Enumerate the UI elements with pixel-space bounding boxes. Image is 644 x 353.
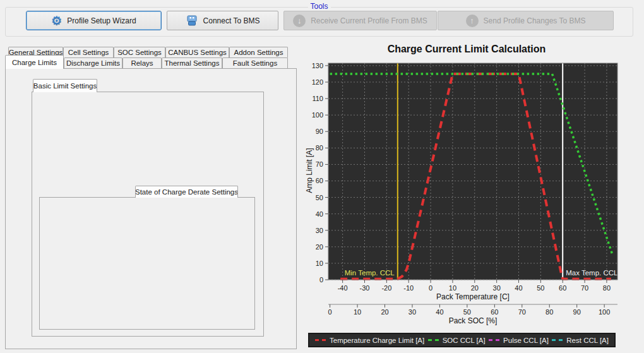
legend-dash-icon (428, 339, 439, 341)
send-profile-button[interactable]: ↑ Send Profile Changes To BMS (438, 11, 614, 30)
svg-text:70: 70 (581, 284, 588, 292)
tab-soc-settings[interactable]: SOC Settings (114, 47, 165, 57)
legend-item: SOC CCL [A] (428, 337, 486, 344)
svg-text:130: 130 (312, 62, 323, 69)
soc-derate-settings-page (39, 197, 255, 330)
soc-axis-label: Pack SOC [%] (328, 316, 617, 325)
legend-dash-icon (315, 339, 326, 341)
legend-label: SOC CCL [A] (443, 337, 486, 344)
legend-label: Pulse CCL [A] (503, 337, 549, 344)
svg-text:100: 100 (599, 308, 610, 316)
legend-item: Temperature Charge Limit [A] (315, 337, 424, 344)
svg-text:0: 0 (328, 308, 332, 316)
svg-text:Min Temp. CCL: Min Temp. CCL (345, 269, 395, 277)
svg-text:30: 30 (493, 284, 501, 292)
legend-label: Rest CCL [A] (566, 337, 609, 344)
receive-profile-label: Receive Current Profile From BMS (311, 16, 427, 25)
tab-discharge-limits[interactable]: Discharge Limits (64, 57, 122, 68)
send-profile-label: Send Profile Changes To BMS (484, 16, 586, 25)
svg-text:20: 20 (471, 284, 479, 292)
tab-cell-settings[interactable]: Cell Settings (63, 47, 114, 57)
svg-text:20: 20 (316, 243, 323, 251)
tab-basic-limit-settings[interactable]: Basic Limit Settings (33, 79, 97, 92)
svg-text:-30: -30 (360, 284, 370, 292)
svg-text:50: 50 (316, 194, 323, 201)
svg-text:-40: -40 (338, 284, 348, 292)
svg-text:80: 80 (546, 308, 553, 316)
svg-text:100: 100 (312, 111, 323, 119)
chart-legend: Temperature Charge Limit [A]SOC CCL [A]P… (308, 333, 616, 347)
legend-dash-icon (552, 339, 563, 341)
tab-addon-settings[interactable]: Addon Settings (229, 47, 288, 57)
bms-utility-window: Tools ⚙ Profile Setup Wizard Connect To … (0, 0, 644, 353)
tab-charge-limits[interactable]: Charge Limits (5, 55, 64, 69)
svg-text:70: 70 (316, 160, 323, 168)
tab-relays[interactable]: Relays (122, 57, 162, 68)
svg-text:120: 120 (312, 78, 323, 86)
receive-profile-button[interactable]: ↓ Receive Current Profile From BMS (283, 11, 437, 30)
legend-item: Rest CCL [A] (552, 337, 609, 344)
svg-text:60: 60 (316, 177, 323, 184)
connect-to-bms-button[interactable]: Connect To BMS (167, 11, 278, 30)
tools-toolbar: Tools ⚙ Profile Setup Wizard Connect To … (5, 7, 633, 37)
gear-icon: ⚙ (51, 15, 62, 27)
legend-item: Pulse CCL [A] (489, 337, 549, 344)
tab-thermal-settings[interactable]: Thermal Settings (162, 57, 222, 68)
svg-text:60: 60 (491, 308, 498, 316)
svg-text:90: 90 (316, 128, 323, 135)
svg-text:40: 40 (316, 210, 323, 218)
upload-arrow-icon: ↑ (466, 15, 479, 27)
svg-text:50: 50 (463, 308, 471, 316)
connect-to-bms-label: Connect To BMS (203, 16, 260, 25)
svg-text:10: 10 (354, 308, 361, 316)
svg-text:80: 80 (603, 284, 611, 292)
svg-text:70: 70 (518, 308, 526, 316)
svg-text:90: 90 (573, 308, 581, 316)
tab-canbus-settings[interactable]: CANBUS Settings (165, 47, 229, 57)
svg-text:-10: -10 (403, 284, 414, 292)
svg-text:0: 0 (429, 284, 432, 292)
temp-axis-label: Pack Temperature [C] (328, 292, 617, 301)
svg-text:20: 20 (381, 308, 388, 316)
svg-text:10: 10 (449, 284, 456, 292)
legend-label: Temperature Charge Limit [A] (330, 337, 424, 344)
tab-soc-derate-settings[interactable]: State of Charge Derate Settings (135, 186, 238, 198)
svg-text:40: 40 (515, 284, 522, 292)
svg-text:0: 0 (319, 276, 323, 284)
svg-text:50: 50 (537, 284, 544, 292)
download-arrow-icon: ↓ (293, 15, 306, 27)
profile-setup-wizard-label: Profile Setup Wizard (67, 16, 136, 25)
tab-fault-settings[interactable]: Fault Settings (222, 57, 288, 68)
charge-current-limit-chart: Min Temp. CCLMax Temp. CCL01020304050607… (302, 40, 644, 331)
svg-text:110: 110 (312, 95, 323, 102)
svg-text:60: 60 (559, 284, 566, 292)
svg-text:30: 30 (408, 308, 416, 316)
svg-text:80: 80 (316, 144, 323, 152)
profile-setup-wizard-button[interactable]: ⚙ Profile Setup Wizard (26, 11, 162, 30)
svg-text:-20: -20 (381, 284, 391, 292)
svg-text:30: 30 (316, 227, 323, 234)
usb-icon (186, 15, 198, 26)
svg-text:10: 10 (316, 260, 323, 267)
svg-text:Max Temp. CCL: Max Temp. CCL (566, 269, 618, 277)
legend-dash-icon (489, 339, 499, 341)
svg-text:40: 40 (436, 308, 443, 316)
tools-caption: Tools (307, 2, 330, 11)
